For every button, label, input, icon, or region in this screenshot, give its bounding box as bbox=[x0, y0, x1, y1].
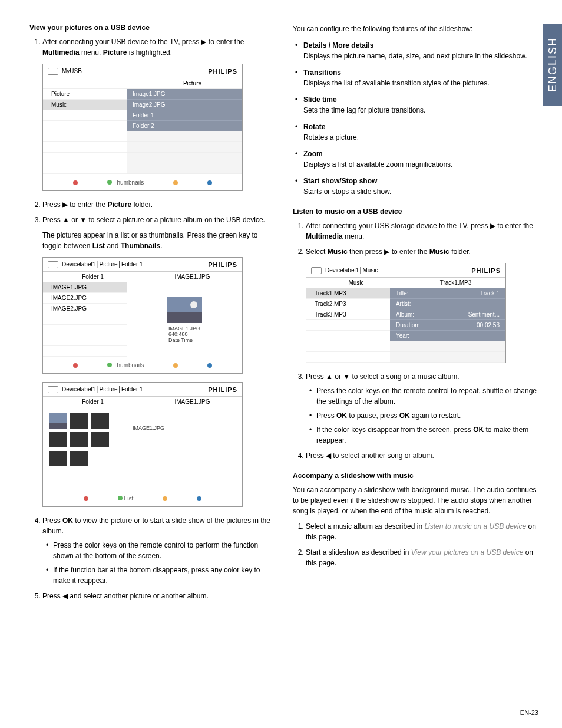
step-5: Press ◀ and select another picture or an… bbox=[42, 591, 275, 601]
list-item: IMAGE1.JPG bbox=[43, 282, 127, 293]
yellow-key-icon bbox=[173, 363, 178, 368]
list-item: Music bbox=[43, 100, 127, 110]
usb-icon bbox=[48, 386, 58, 393]
brand-logo: PHILIPS bbox=[208, 261, 237, 268]
music-step-3: Press ▲ or ▼ to select a song or a music… bbox=[306, 371, 538, 446]
list-item: Image1.JPG bbox=[127, 89, 242, 100]
meta-row: Duration:00:02:53 bbox=[390, 320, 505, 331]
thumbnail bbox=[91, 413, 109, 429]
accompany-step-2: Start a slideshow as described in View y… bbox=[306, 547, 538, 568]
yellow-key-icon bbox=[173, 180, 178, 185]
heading-accompany: Accompany a slideshow with music bbox=[293, 472, 538, 480]
accompany-intro: You can accompany a slideshow with backg… bbox=[293, 485, 538, 516]
green-key-icon bbox=[107, 363, 112, 367]
feature-item: Details / More detailsDisplays the pictu… bbox=[303, 40, 538, 61]
list-item: Track2.MP3 bbox=[306, 299, 390, 309]
slideshow-intro: You can configure the following features… bbox=[293, 24, 538, 34]
sub-step: Press OK to pause, press OK again to res… bbox=[316, 410, 538, 421]
heading-listen-music: Listen to music on a USB device bbox=[293, 207, 538, 216]
thumbnail bbox=[49, 451, 67, 466]
footer-label: List bbox=[124, 495, 134, 502]
column-header: Track1.MP3 bbox=[406, 279, 505, 286]
column-header: Music bbox=[306, 279, 406, 286]
right-column: You can configure the following features… bbox=[293, 24, 538, 607]
sub-step: If the function bar at the bottom disapp… bbox=[53, 565, 275, 586]
thumbnail bbox=[70, 432, 88, 447]
sub-step: If the color keys disappear from the scr… bbox=[316, 424, 538, 446]
column-header: Folder 1 bbox=[43, 398, 143, 405]
list-item: IMAGE2.JPG bbox=[43, 304, 127, 314]
blue-key-icon bbox=[197, 496, 201, 501]
footer-label: Thumbnails bbox=[113, 362, 144, 368]
music-step-4: Press ◀ to select another song or album. bbox=[306, 450, 538, 461]
red-key-icon bbox=[73, 180, 78, 185]
blue-key-icon bbox=[207, 363, 212, 368]
yellow-key-icon bbox=[163, 496, 167, 501]
list-item: Track1.MP3 bbox=[306, 288, 390, 299]
thumbnail bbox=[49, 432, 67, 447]
list-item: Folder 1 bbox=[127, 110, 242, 121]
step-1: After connecting your USB device to the … bbox=[42, 37, 275, 58]
list-item: IMAGE2.JPG bbox=[43, 293, 127, 304]
footer-label: Thumbnails bbox=[113, 179, 144, 186]
sub-step: Press the color keys on the remote contr… bbox=[316, 386, 538, 407]
brand-logo: PHILIPS bbox=[471, 267, 501, 274]
music-step-2: Select Music then press ▶ to enter the M… bbox=[306, 246, 538, 257]
list-item: Track3.MP3 bbox=[306, 309, 390, 320]
step-3: Press ▲ or ▼ to select a picture or a pi… bbox=[42, 215, 275, 251]
step-2: Press ▶ to enter the Picture folder. bbox=[42, 199, 275, 210]
blue-key-icon bbox=[207, 180, 212, 185]
screenshot-list-view: Devicelabel1│Picture│Folder 1PHILIPS Fol… bbox=[42, 257, 243, 374]
column-header: IMAGE1.JPG bbox=[143, 398, 242, 405]
screenshot-music: Devicelabel1│MusicPHILIPS MusicTrack1.MP… bbox=[306, 263, 506, 363]
language-tab-label: ENGLISH bbox=[547, 37, 559, 92]
screenshot-picture-root: MyUSBPHILIPS Picture Picture Music Image… bbox=[42, 64, 243, 191]
breadcrumb: Devicelabel1│Picture│Folder 1 bbox=[62, 386, 208, 393]
breadcrumb: MyUSB bbox=[62, 68, 208, 74]
red-key-icon bbox=[84, 496, 88, 501]
usb-icon bbox=[48, 261, 58, 268]
list-item: Picture bbox=[43, 89, 127, 100]
column-header: Picture bbox=[143, 80, 242, 87]
feature-item: Start show/Stop showStarts or stops a sl… bbox=[303, 176, 538, 197]
accompany-step-1: Select a music album as described in Lis… bbox=[306, 521, 538, 542]
meta-row: Title:Track 1 bbox=[390, 288, 505, 299]
thumbnail bbox=[70, 413, 88, 429]
preview-image bbox=[167, 297, 202, 323]
music-step-1: After connecting your USB storage device… bbox=[306, 220, 538, 242]
feature-item: RotateRotates a picture. bbox=[303, 121, 538, 143]
usb-icon bbox=[48, 68, 58, 75]
meta-row: Year: bbox=[390, 331, 505, 341]
thumbnail bbox=[70, 451, 88, 466]
red-key-icon bbox=[73, 363, 78, 368]
brand-logo: PHILIPS bbox=[208, 386, 237, 393]
breadcrumb: Devicelabel1│Picture│Folder 1 bbox=[62, 261, 208, 268]
list-item: Folder 2 bbox=[127, 121, 242, 131]
sub-step: Press the color keys on the remote contr… bbox=[53, 540, 275, 561]
breadcrumb: Devicelabel1│Music bbox=[325, 267, 471, 274]
usb-icon bbox=[311, 267, 322, 274]
column-header: IMAGE1.JPG bbox=[143, 274, 242, 280]
page-number: EN-23 bbox=[520, 709, 538, 716]
left-column: View your pictures on a USB device After… bbox=[29, 24, 275, 607]
meta-row: Album:Sentiment... bbox=[390, 309, 505, 320]
column-header: Folder 1 bbox=[43, 274, 143, 280]
heading-view-pictures: View your pictures on a USB device bbox=[29, 24, 275, 32]
thumbnail bbox=[91, 432, 109, 447]
thumbnail bbox=[49, 413, 67, 429]
feature-item: Slide timeSets the time lag for picture … bbox=[303, 94, 538, 116]
list-item: Image2.JPG bbox=[127, 100, 242, 110]
meta-row: Artist: bbox=[390, 299, 505, 309]
green-key-icon bbox=[118, 496, 123, 500]
language-tab: ENGLISH bbox=[543, 24, 562, 106]
green-key-icon bbox=[107, 180, 112, 185]
feature-item: ZoomDisplays a list of available zoom ma… bbox=[303, 149, 538, 170]
screenshot-thumbnail-view: Devicelabel1│Picture│Folder 1PHILIPS Fol… bbox=[42, 382, 243, 507]
brand-logo: PHILIPS bbox=[208, 68, 237, 75]
feature-item: TransitionsDisplays the list of availabl… bbox=[303, 67, 538, 88]
step-4: Press OK to view the picture or to start… bbox=[42, 515, 275, 586]
